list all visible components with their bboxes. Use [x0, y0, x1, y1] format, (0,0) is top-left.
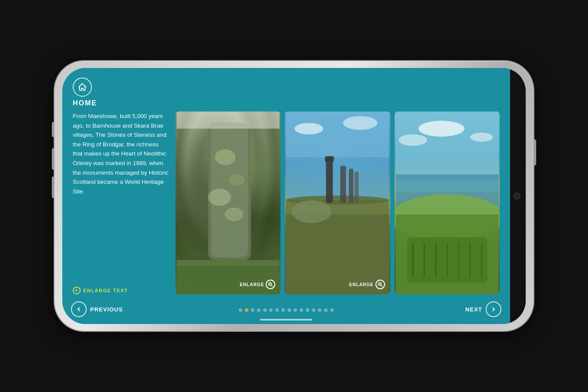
next-button[interactable]: NEXT: [465, 301, 501, 317]
phone-notch: [510, 68, 526, 324]
svg-rect-21: [325, 156, 334, 162]
images-area: ENLARGE: [176, 112, 500, 294]
svg-point-5: [225, 208, 243, 222]
svg-line-27: [381, 285, 382, 287]
svg-point-31: [419, 121, 464, 137]
enlarge-text-button[interactable]: + ENLARGE TEXT: [73, 287, 169, 294]
side-button-mute: [52, 122, 54, 137]
pagination-dot-14[interactable]: [324, 308, 328, 312]
image-card-2[interactable]: ENLARGE: [285, 112, 390, 294]
home-icon-button[interactable]: [73, 78, 92, 97]
svg-point-2: [215, 149, 235, 166]
pagination-dot-8[interactable]: [287, 308, 291, 312]
svg-rect-35: [395, 180, 498, 192]
previous-icon: [71, 301, 87, 317]
svg-point-16: [343, 116, 378, 130]
pagination-dot-0[interactable]: [239, 308, 242, 312]
phone-wrapper: HOME From Maeshowe, built 5,000 years ag…: [54, 61, 534, 331]
svg-point-25: [292, 200, 332, 223]
image2-enlarge-label: ENLARGE: [349, 282, 374, 287]
pagination-dot-11[interactable]: [306, 308, 309, 312]
stone2-background: [285, 112, 390, 294]
phone-shell: HOME From Maeshowe, built 5,000 years ag…: [54, 61, 534, 331]
text-panel: From Maeshowe, built 5,000 years ago, to…: [73, 112, 169, 294]
svg-point-3: [229, 174, 245, 186]
svg-rect-14: [286, 112, 389, 157]
svg-point-32: [399, 135, 427, 146]
previous-button[interactable]: PREVIOUS: [71, 301, 123, 317]
image1-enlarge-icon: [266, 280, 275, 289]
svg-rect-23: [349, 169, 354, 203]
side-button-vol-down: [52, 176, 54, 198]
pagination-dot-10[interactable]: [300, 308, 303, 312]
pagination-dot-12[interactable]: [312, 308, 315, 312]
chevron-left-icon: [76, 307, 81, 312]
enlarge-text-icon: +: [73, 287, 81, 294]
pagination-dot-9[interactable]: [294, 308, 297, 312]
stone3-background: [395, 112, 500, 294]
pagination-dot-13[interactable]: [318, 308, 321, 312]
svg-point-4: [208, 189, 231, 206]
svg-rect-24: [355, 172, 358, 203]
stone2-svg: [285, 112, 390, 294]
stone1-background: [176, 112, 280, 294]
pagination-dots: [239, 308, 334, 312]
body-description: From Maeshowe, built 5,000 years ago, to…: [73, 112, 169, 280]
image2-enlarge-icon: [375, 280, 385, 289]
svg-line-10: [271, 285, 273, 287]
side-button-vol-up: [52, 148, 54, 170]
image-card-3[interactable]: [395, 112, 500, 294]
pagination-dot-6[interactable]: [275, 308, 279, 312]
svg-rect-22: [341, 166, 346, 203]
image-card-1[interactable]: ENLARGE: [176, 112, 280, 294]
main-content-row: From Maeshowe, built 5,000 years ago, to…: [62, 112, 510, 294]
enlarge-text-label: ENLARGE TEXT: [83, 288, 128, 293]
footer-navigation: PREVIOUS NEXT: [62, 294, 510, 324]
pagination-dot-7[interactable]: [281, 308, 285, 312]
svg-point-15: [295, 123, 324, 134]
magnify-icon: [268, 282, 273, 287]
side-button-power: [534, 139, 536, 166]
pagination-dot-4[interactable]: [263, 308, 267, 312]
next-label: NEXT: [465, 306, 482, 313]
home-indicator-bar: [260, 319, 312, 321]
header-title: HOME: [73, 99, 97, 107]
header: HOME: [62, 68, 510, 112]
magnify-icon-2: [378, 282, 383, 287]
pagination-dot-5[interactable]: [269, 308, 273, 312]
image2-enlarge-button[interactable]: ENLARGE: [349, 280, 385, 289]
pagination-dot-15[interactable]: [330, 308, 334, 312]
pagination-dot-1[interactable]: [245, 308, 248, 312]
stone1-svg: [176, 112, 280, 294]
phone-screen: HOME From Maeshowe, built 5,000 years ag…: [62, 68, 526, 324]
home-icon: [78, 82, 87, 92]
image1-enlarge-label: ENLARGE: [240, 282, 264, 287]
pagination-dot-3[interactable]: [257, 308, 260, 312]
svg-point-33: [470, 133, 493, 142]
app-content: HOME From Maeshowe, built 5,000 years ag…: [62, 68, 510, 324]
svg-rect-20: [326, 157, 333, 203]
previous-label: PREVIOUS: [90, 306, 123, 313]
stone3-svg: [395, 112, 500, 294]
image1-enlarge-button[interactable]: ENLARGE: [240, 280, 275, 289]
next-icon: [486, 301, 501, 317]
chevron-right-icon: [491, 307, 496, 312]
svg-rect-8: [177, 112, 280, 128]
pagination-dot-2[interactable]: [251, 308, 254, 312]
